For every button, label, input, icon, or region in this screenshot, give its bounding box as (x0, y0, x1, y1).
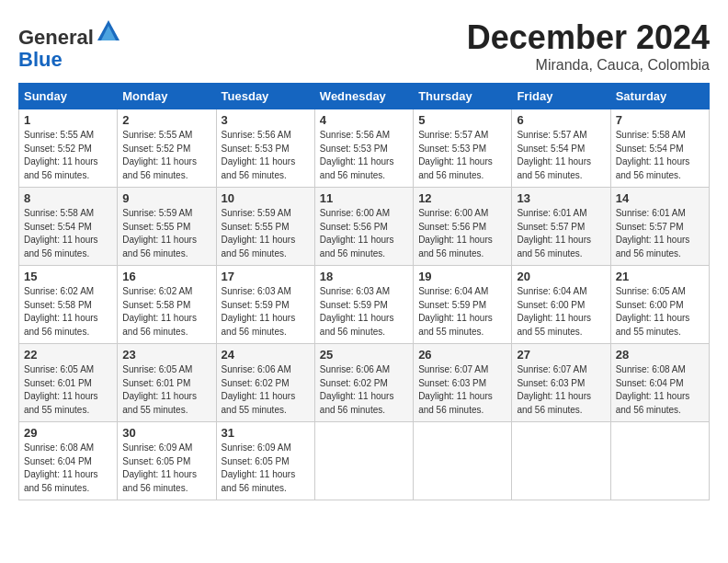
calendar-table: Sunday Monday Tuesday Wednesday Thursday… (18, 83, 710, 500)
day-number: 5 (418, 113, 506, 127)
table-row: 30Sunrise: 6:09 AM Sunset: 6:05 PM Dayli… (118, 422, 216, 500)
logo: General Blue (18, 18, 121, 71)
day-info: Sunrise: 5:55 AM Sunset: 5:52 PM Dayligh… (122, 129, 210, 182)
day-info: Sunrise: 6:06 AM Sunset: 6:02 PM Dayligh… (320, 363, 408, 417)
day-number: 23 (122, 348, 210, 362)
day-number: 30 (122, 426, 210, 440)
day-info: Sunrise: 5:57 AM Sunset: 5:53 PM Dayligh… (418, 129, 506, 182)
calendar-week-row: 8Sunrise: 5:58 AM Sunset: 5:54 PM Daylig… (19, 188, 710, 266)
day-info: Sunrise: 6:09 AM Sunset: 6:05 PM Dayligh… (122, 442, 210, 495)
day-number: 31 (222, 426, 310, 440)
day-info: Sunrise: 5:56 AM Sunset: 5:53 PM Dayligh… (222, 129, 310, 182)
day-number: 20 (517, 270, 605, 283)
day-info: Sunrise: 6:05 AM Sunset: 6:00 PM Dayligh… (616, 285, 704, 339)
header-wednesday: Wednesday (314, 84, 413, 109)
title-block: December 2024 Miranda, Cauca, Colombia (467, 18, 710, 74)
day-number: 17 (222, 270, 310, 283)
table-row: 16Sunrise: 6:02 AM Sunset: 5:58 PM Dayli… (118, 266, 216, 344)
table-row: 6Sunrise: 5:57 AM Sunset: 5:54 PM Daylig… (512, 109, 610, 188)
day-number: 18 (320, 270, 408, 283)
day-info: Sunrise: 6:02 AM Sunset: 5:58 PM Dayligh… (24, 285, 112, 339)
day-number: 27 (517, 348, 605, 362)
day-number: 14 (616, 191, 704, 205)
logo-icon (96, 18, 121, 44)
day-info: Sunrise: 6:05 AM Sunset: 6:01 PM Dayligh… (24, 363, 112, 417)
day-number: 19 (418, 270, 506, 283)
table-row: 29Sunrise: 6:08 AM Sunset: 6:04 PM Dayli… (19, 422, 118, 500)
table-row: 26Sunrise: 6:07 AM Sunset: 6:03 PM Dayli… (414, 344, 512, 422)
day-number: 29 (24, 426, 112, 440)
day-info: Sunrise: 6:05 AM Sunset: 6:01 PM Dayligh… (122, 363, 210, 417)
day-info: Sunrise: 5:59 AM Sunset: 5:55 PM Dayligh… (222, 207, 310, 260)
day-info: Sunrise: 6:09 AM Sunset: 6:05 PM Dayligh… (222, 442, 310, 495)
calendar-week-row: 22Sunrise: 6:05 AM Sunset: 6:01 PM Dayli… (19, 344, 710, 422)
table-row: 3Sunrise: 5:56 AM Sunset: 5:53 PM Daylig… (216, 109, 314, 188)
day-number: 11 (320, 191, 408, 205)
day-info: Sunrise: 6:01 AM Sunset: 5:57 PM Dayligh… (616, 207, 704, 260)
day-number: 26 (418, 348, 506, 362)
table-row: 23Sunrise: 6:05 AM Sunset: 6:01 PM Dayli… (118, 344, 216, 422)
day-number: 15 (24, 270, 112, 283)
table-row: 2Sunrise: 5:55 AM Sunset: 5:52 PM Daylig… (118, 109, 216, 188)
table-row: 28Sunrise: 6:08 AM Sunset: 6:04 PM Dayli… (610, 344, 709, 422)
day-info: Sunrise: 6:06 AM Sunset: 6:02 PM Dayligh… (222, 363, 310, 417)
day-info: Sunrise: 6:07 AM Sunset: 6:03 PM Dayligh… (517, 363, 605, 417)
day-info: Sunrise: 6:01 AM Sunset: 5:57 PM Dayligh… (517, 207, 605, 260)
calendar-week-row: 29Sunrise: 6:08 AM Sunset: 6:04 PM Dayli… (19, 422, 710, 500)
day-number: 3 (222, 113, 310, 127)
day-number: 16 (122, 270, 210, 283)
table-row: 25Sunrise: 6:06 AM Sunset: 6:02 PM Dayli… (314, 344, 413, 422)
table-row: 8Sunrise: 5:58 AM Sunset: 5:54 PM Daylig… (19, 188, 118, 266)
table-row: 10Sunrise: 5:59 AM Sunset: 5:55 PM Dayli… (216, 188, 314, 266)
table-row: 7Sunrise: 5:58 AM Sunset: 5:54 PM Daylig… (610, 109, 709, 188)
header-tuesday: Tuesday (216, 84, 314, 109)
day-number: 21 (616, 270, 704, 283)
day-number: 6 (517, 113, 605, 127)
table-row: 11Sunrise: 6:00 AM Sunset: 5:56 PM Dayli… (314, 188, 413, 266)
table-row: 22Sunrise: 6:05 AM Sunset: 6:01 PM Dayli… (19, 344, 118, 422)
header-thursday: Thursday (414, 84, 512, 109)
table-row: 12Sunrise: 6:00 AM Sunset: 5:56 PM Dayli… (414, 188, 512, 266)
day-info: Sunrise: 5:56 AM Sunset: 5:53 PM Dayligh… (320, 129, 408, 182)
day-info: Sunrise: 6:08 AM Sunset: 6:04 PM Dayligh… (616, 363, 704, 417)
day-info: Sunrise: 6:02 AM Sunset: 5:58 PM Dayligh… (122, 285, 210, 339)
day-info: Sunrise: 6:04 AM Sunset: 5:59 PM Dayligh… (418, 285, 506, 339)
table-row: 4Sunrise: 5:56 AM Sunset: 5:53 PM Daylig… (314, 109, 413, 188)
calendar-week-row: 15Sunrise: 6:02 AM Sunset: 5:58 PM Dayli… (19, 266, 710, 344)
table-row: 1Sunrise: 5:55 AM Sunset: 5:52 PM Daylig… (19, 109, 118, 188)
table-row: 5Sunrise: 5:57 AM Sunset: 5:53 PM Daylig… (414, 109, 512, 188)
day-info: Sunrise: 5:57 AM Sunset: 5:54 PM Dayligh… (517, 129, 605, 182)
day-info: Sunrise: 5:58 AM Sunset: 5:54 PM Dayligh… (616, 129, 704, 182)
day-number: 28 (616, 348, 704, 362)
day-info: Sunrise: 6:07 AM Sunset: 6:03 PM Dayligh… (418, 363, 506, 417)
table-row: 17Sunrise: 6:03 AM Sunset: 5:59 PM Dayli… (216, 266, 314, 344)
table-row (610, 422, 709, 500)
day-number: 24 (222, 348, 310, 362)
table-row: 19Sunrise: 6:04 AM Sunset: 5:59 PM Dayli… (414, 266, 512, 344)
table-row: 31Sunrise: 6:09 AM Sunset: 6:05 PM Dayli… (216, 422, 314, 500)
day-number: 1 (24, 113, 112, 127)
day-info: Sunrise: 5:59 AM Sunset: 5:55 PM Dayligh… (122, 207, 210, 260)
table-row (414, 422, 512, 500)
calendar-header-row: Sunday Monday Tuesday Wednesday Thursday… (19, 84, 710, 109)
header-saturday: Saturday (610, 84, 709, 109)
day-number: 13 (517, 191, 605, 205)
header-monday: Monday (118, 84, 216, 109)
logo-general: General (18, 26, 94, 49)
day-number: 2 (122, 113, 210, 127)
day-info: Sunrise: 6:03 AM Sunset: 5:59 PM Dayligh… (222, 285, 310, 339)
table-row: 9Sunrise: 5:59 AM Sunset: 5:55 PM Daylig… (118, 188, 216, 266)
day-number: 9 (122, 191, 210, 205)
day-info: Sunrise: 6:08 AM Sunset: 6:04 PM Dayligh… (24, 442, 112, 495)
table-row: 21Sunrise: 6:05 AM Sunset: 6:00 PM Dayli… (610, 266, 709, 344)
day-number: 4 (320, 113, 408, 127)
table-row: 14Sunrise: 6:01 AM Sunset: 5:57 PM Dayli… (610, 188, 709, 266)
day-number: 12 (418, 191, 506, 205)
month-title: December 2024 (467, 18, 710, 57)
day-number: 25 (320, 348, 408, 362)
day-info: Sunrise: 6:04 AM Sunset: 6:00 PM Dayligh… (517, 285, 605, 339)
day-info: Sunrise: 6:03 AM Sunset: 5:59 PM Dayligh… (320, 285, 408, 339)
day-info: Sunrise: 6:00 AM Sunset: 5:56 PM Dayligh… (418, 207, 506, 260)
table-row: 15Sunrise: 6:02 AM Sunset: 5:58 PM Dayli… (19, 266, 118, 344)
day-info: Sunrise: 6:00 AM Sunset: 5:56 PM Dayligh… (320, 207, 408, 260)
